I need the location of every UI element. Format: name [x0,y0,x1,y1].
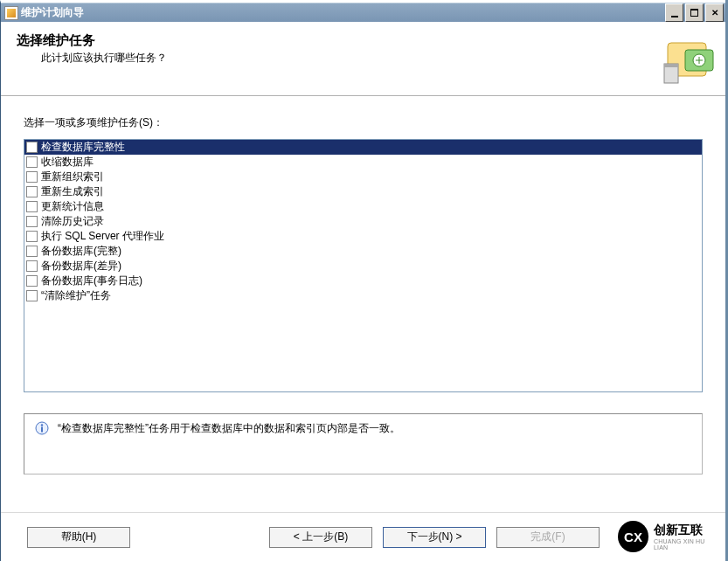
task-listbox[interactable]: 检查数据库完整性收缩数据库重新组织索引重新生成索引更新统计信息清除历史记录执行 … [24,139,703,392]
task-label: 更新统计信息 [41,199,104,214]
task-checkbox[interactable] [26,260,38,272]
list-item[interactable]: 备份数据库(完整) [24,244,702,259]
task-checkbox[interactable] [26,186,38,197]
page-title: 选择维护任务 [17,32,710,49]
list-item[interactable]: 重新组织索引 [24,170,702,184]
task-checkbox[interactable] [26,171,38,183]
wizard-window: 维护计划向导 ✕ 选择维护任务 此计划应该执行哪些任务？ 选择一项或多项维护任务… [0,0,725,561]
wizard-body: 选择一项或多项维护任务(S)： 检查数据库完整性收缩数据库重新组织索引重新生成索… [1,96,725,498]
task-label: “清除维护”任务 [41,288,111,303]
list-item[interactable]: 清除历史记录 [24,214,702,229]
list-item[interactable]: “清除维护”任务 [24,288,702,303]
task-label: 收缩数据库 [41,155,94,170]
task-checkbox[interactable] [26,231,38,242]
list-item[interactable]: 检查数据库完整性 [24,140,702,155]
titlebar[interactable]: 维护计划向导 ✕ [1,3,725,22]
next-button[interactable]: 下一步(N) > [383,527,486,548]
list-item[interactable]: 收缩数据库 [24,155,702,170]
watermark: CX 创新互联 CHUANG XIN HU LIAN [614,517,723,556]
task-label: 清除历史记录 [41,214,104,229]
watermark-text: 创新互联 [654,523,719,538]
help-button[interactable]: 帮助(H) [27,527,130,548]
task-label: 重新生成索引 [41,184,104,199]
server-icon [662,38,715,87]
task-label: 重新组织索引 [41,170,104,184]
finish-button[interactable]: 完成(F) [496,527,600,548]
task-checkbox[interactable] [26,216,38,227]
maximize-button[interactable] [685,3,704,22]
task-checkbox[interactable] [26,290,38,301]
watermark-logo: CX [618,521,648,552]
svg-rect-4 [664,64,678,67]
back-button[interactable]: < 上一步(B) [269,527,372,548]
task-checkbox[interactable] [26,201,38,212]
description-text: “检查数据库完整性”任务用于检查数据库中的数据和索引页内部是否一致。 [58,421,400,436]
task-checkbox[interactable] [26,275,38,287]
task-label: 备份数据库(完整) [41,244,121,259]
task-checkbox[interactable] [26,142,38,153]
list-item[interactable]: 备份数据库(事务日志) [24,274,702,288]
wizard-header: 选择维护任务 此计划应该执行哪些任务？ [1,22,725,96]
list-item[interactable]: 备份数据库(差异) [24,259,702,274]
description-box: “检查数据库完整性”任务用于检查数据库中的数据和索引页内部是否一致。 [24,413,703,474]
task-label: 执行 SQL Server 代理作业 [41,229,164,244]
info-icon [35,421,49,435]
window-title: 维护计划向导 [21,5,663,20]
page-subtitle: 此计划应该执行哪些任务？ [41,51,710,66]
list-item[interactable]: 执行 SQL Server 代理作业 [24,229,702,244]
list-item[interactable]: 重新生成索引 [24,184,702,199]
minimize-button[interactable] [665,3,683,22]
instruction-label: 选择一项或多项维护任务(S)： [24,115,703,130]
task-checkbox[interactable] [26,156,38,168]
task-label: 备份数据库(事务日志) [41,274,142,288]
svg-rect-7 [41,427,43,433]
close-button[interactable]: ✕ [705,3,724,22]
svg-point-6 [41,424,43,426]
task-label: 备份数据库(差异) [41,259,121,274]
app-icon [4,6,18,20]
list-item[interactable]: 更新统计信息 [24,199,702,214]
task-label: 检查数据库完整性 [41,140,125,155]
watermark-sub: CHUANG XIN HU LIAN [654,538,719,551]
task-checkbox[interactable] [26,246,38,257]
